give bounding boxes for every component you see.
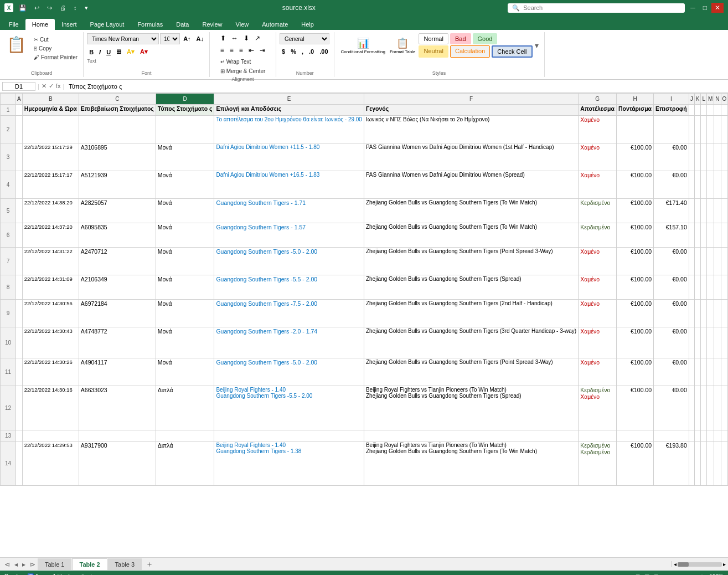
align-left-button[interactable]: ≡: [218, 45, 226, 55]
cell-L14[interactable]: [701, 441, 707, 486]
cell-M5[interactable]: [706, 199, 714, 223]
col-header-K[interactable]: K: [694, 94, 701, 105]
cell-I6[interactable]: €157.10: [654, 223, 689, 248]
cell-B6[interactable]: 22/12/2022 14:37:20: [22, 223, 79, 248]
maximize-button[interactable]: □: [700, 3, 710, 13]
cell-F3[interactable]: PAS Giannina Women vs Dafni Agiou Dimitr…: [364, 143, 578, 171]
cell-A10[interactable]: [16, 327, 23, 358]
cell-F7[interactable]: Zhejiang Golden Bulls vs Guangdong South…: [364, 248, 578, 275]
cell-G2[interactable]: Χαμένο: [579, 116, 617, 143]
cell-F6[interactable]: Zhejiang Golden Bulls vs Guangdong South…: [364, 223, 578, 248]
cell-M4[interactable]: [706, 171, 714, 199]
cell-G7[interactable]: Χαμένο: [579, 248, 617, 275]
cell-J2[interactable]: [689, 116, 694, 143]
styles-expand-button[interactable]: ▾: [535, 33, 539, 58]
confirm-formula-button[interactable]: ✓: [49, 83, 54, 90]
cancel-formula-button[interactable]: ✕: [42, 83, 47, 90]
cell-G4[interactable]: Χαμένο: [579, 171, 617, 199]
cell-D14[interactable]: Διπλά: [156, 441, 214, 486]
cell-O4[interactable]: [721, 171, 728, 199]
cell-D3[interactable]: Μονά: [156, 143, 214, 171]
cell-I10[interactable]: €0.00: [654, 327, 689, 358]
wrap-text-button[interactable]: ↵ Wrap Text: [218, 58, 254, 66]
tab-page-layout[interactable]: Page Layout: [84, 19, 131, 30]
cell-J9[interactable]: [689, 300, 694, 327]
cell-K5[interactable]: [694, 199, 701, 223]
cell-O14[interactable]: [721, 441, 728, 486]
cell-A14[interactable]: [16, 441, 23, 486]
cell-F8[interactable]: Zhejiang Golden Bulls vs Guangdong South…: [364, 275, 578, 300]
align-right-button[interactable]: ≡: [237, 45, 245, 55]
cell-M9[interactable]: [706, 300, 714, 327]
cell-A13[interactable]: [16, 430, 23, 441]
cell-M8[interactable]: [706, 275, 714, 300]
style-good[interactable]: Good: [473, 33, 498, 44]
copy-button[interactable]: ⎘ Copy: [32, 44, 80, 53]
cell-J5[interactable]: [689, 199, 694, 223]
cell-J12[interactable]: [689, 386, 694, 430]
cell-C12[interactable]: A6633023: [79, 386, 156, 430]
zoom-out-button[interactable]: －: [663, 572, 668, 575]
cell-A6[interactable]: [16, 223, 23, 248]
cell-B2[interactable]: [22, 116, 79, 143]
cell-J14[interactable]: [689, 441, 694, 486]
cell-H10[interactable]: €100.00: [616, 327, 653, 358]
cell-N2[interactable]: [714, 116, 721, 143]
cell-N13[interactable]: [714, 430, 721, 441]
cell-I14[interactable]: €193.80: [654, 441, 689, 486]
cell-E12[interactable]: Beijing Royal Fighters - 1.40 Guangdong …: [214, 386, 364, 430]
cell-G1[interactable]: Αποτέλεσμα: [579, 105, 617, 116]
sort-ascending-button[interactable]: ↕: [71, 3, 79, 12]
cell-J13[interactable]: [689, 430, 694, 441]
cell-J1[interactable]: [689, 105, 694, 116]
cell-N11[interactable]: [714, 358, 721, 386]
cell-D11[interactable]: Μονά: [156, 358, 214, 386]
cell-H8[interactable]: €100.00: [616, 275, 653, 300]
tab-help[interactable]: Help: [295, 19, 321, 30]
font-name-select[interactable]: Times New Roman: [87, 33, 159, 44]
bold-button[interactable]: B: [87, 47, 96, 57]
cell-G8[interactable]: Χαμένο: [579, 275, 617, 300]
cell-B8[interactable]: 22/12/2022 14:31:09: [22, 275, 79, 300]
cell-E4[interactable]: Dafni Agiou Dimitriou Women +16.5 - 1.83: [214, 171, 364, 199]
cell-I8[interactable]: €0.00: [654, 275, 689, 300]
cell-K7[interactable]: [694, 248, 701, 275]
comma-button[interactable]: ,: [300, 47, 306, 57]
col-header-J[interactable]: J: [689, 94, 694, 105]
col-header-G[interactable]: G: [579, 94, 617, 105]
cell-L12[interactable]: [701, 386, 707, 430]
cell-H2[interactable]: [616, 116, 653, 143]
view-normal-button[interactable]: ⊞: [636, 573, 640, 576]
cell-O5[interactable]: [721, 199, 728, 223]
decrease-font-button[interactable]: A↓: [194, 34, 206, 44]
cell-D13[interactable]: [156, 430, 214, 441]
cell-C8[interactable]: A2106349: [79, 275, 156, 300]
merge-center-button[interactable]: ⊞ Merge & Center: [218, 67, 268, 75]
cell-C4[interactable]: A5121939: [79, 171, 156, 199]
cell-F4[interactable]: PAS Giannina Women vs Dafni Agiou Dimitr…: [364, 171, 578, 199]
cell-K11[interactable]: [694, 358, 701, 386]
sheet-tab-table2[interactable]: Table 2: [72, 558, 107, 570]
cell-K4[interactable]: [694, 171, 701, 199]
cell-H12[interactable]: €100.00: [616, 386, 653, 430]
cell-N1[interactable]: [714, 105, 721, 116]
close-button[interactable]: ✕: [711, 3, 724, 13]
format-table-button[interactable]: 📋 Format Table: [389, 36, 417, 55]
cell-F14[interactable]: Beijing Royal Fighters vs Tianjin Pionee…: [364, 441, 578, 486]
cell-O12[interactable]: [721, 386, 728, 430]
cell-C13[interactable]: [79, 430, 156, 441]
cell-E11[interactable]: Guangdong Southern Tigers -5.0 - 2.00: [214, 358, 364, 386]
tab-home[interactable]: Home: [25, 19, 55, 30]
cell-D12[interactable]: Διπλά: [156, 386, 214, 430]
cell-K1[interactable]: [694, 105, 701, 116]
cell-J8[interactable]: [689, 275, 694, 300]
cell-K2[interactable]: [694, 116, 701, 143]
cell-I9[interactable]: €0.00: [654, 300, 689, 327]
col-header-E[interactable]: E: [214, 94, 364, 105]
cell-G5[interactable]: Κερδισμένο: [579, 199, 617, 223]
cell-L9[interactable]: [701, 300, 707, 327]
zoom-in-button[interactable]: ＋: [699, 572, 705, 575]
horizontal-scrollbar[interactable]: [678, 562, 722, 567]
increase-font-button[interactable]: A↑: [181, 34, 193, 44]
tab-data[interactable]: Data: [169, 19, 195, 30]
